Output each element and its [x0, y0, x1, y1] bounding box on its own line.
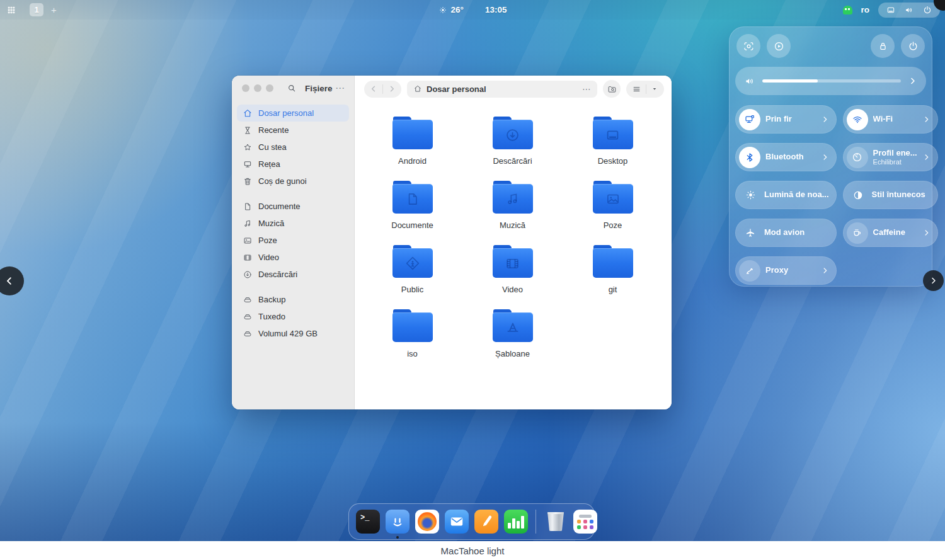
power-icon: [922, 5, 932, 15]
toggle-wifi[interactable]: Wi-Fi: [843, 105, 938, 134]
minimize-window-button[interactable]: [254, 84, 261, 92]
folder-documents[interactable]: Documente: [372, 180, 454, 230]
speaker-icon: [744, 76, 755, 87]
dark-style-icon: [849, 185, 867, 206]
folder-iso[interactable]: iso: [372, 309, 454, 358]
folder-android[interactable]: Android: [372, 116, 454, 166]
close-window-button[interactable]: [242, 84, 249, 92]
toggle-bluetooth[interactable]: Bluetooth: [735, 143, 837, 171]
path-menu-button[interactable]: ⋯: [582, 84, 591, 94]
public-share-icon: [404, 254, 421, 272]
folder-public[interactable]: Public: [372, 244, 454, 294]
chevron-right-icon: [821, 266, 829, 275]
search-button[interactable]: [287, 83, 297, 93]
power-menu-button[interactable]: [901, 34, 925, 58]
folder-videos[interactable]: Video: [472, 244, 554, 294]
clock[interactable]: 13:05: [485, 5, 507, 14]
folder-desktop[interactable]: Desktop: [572, 116, 654, 166]
forward-button[interactable]: [387, 84, 396, 93]
list-view-icon: [632, 84, 641, 94]
toggle-airplane-mode[interactable]: Mod avion: [735, 219, 837, 247]
lock-screen-button[interactable]: [871, 34, 895, 58]
drive-icon: [243, 295, 253, 305]
window-menu-button[interactable]: ⋯: [335, 83, 345, 94]
volume-slider-fill: [762, 79, 818, 83]
toggle-wired[interactable]: Prin fir: [735, 105, 837, 134]
dock-terminal[interactable]: >_: [356, 510, 380, 534]
maximize-window-button[interactable]: [266, 84, 273, 92]
sidebar-item-starred[interactable]: Cu stea: [237, 139, 349, 156]
sidebar-item-tuxedo-drive[interactable]: Tuxedo: [237, 308, 349, 325]
next-page-button[interactable]: [923, 270, 944, 291]
drive-icon: [243, 312, 253, 322]
folder-git[interactable]: git: [572, 244, 654, 294]
folder-pictures[interactable]: Poze: [572, 180, 654, 230]
volume-icon: [904, 5, 914, 15]
night-light-icon: [742, 185, 759, 206]
back-button[interactable]: [369, 84, 378, 93]
prev-page-button[interactable]: [0, 266, 24, 295]
tray-ghost-icon[interactable]: [843, 6, 852, 14]
view-switcher[interactable]: [626, 81, 664, 98]
toggle-proxy[interactable]: Proxy: [735, 256, 837, 285]
keyboard-layout-indicator[interactable]: ro: [861, 5, 870, 14]
sidebar-item-recent[interactable]: Recente: [237, 122, 349, 139]
system-status-menu[interactable]: [878, 3, 940, 18]
chevron-right-icon: [821, 153, 829, 161]
open-location-button[interactable]: [603, 80, 621, 98]
files-content-pane: Dosar personal ⋯ Android Descărcări Desk…: [355, 76, 672, 409]
sidebar-item-pictures[interactable]: Poze: [237, 232, 349, 249]
screenshot-button[interactable]: [736, 34, 760, 58]
coffee-icon: [847, 222, 868, 244]
download-icon: [243, 270, 253, 280]
dock-charts[interactable]: [504, 510, 528, 534]
sidebar-item-home[interactable]: Dosar personal: [237, 105, 349, 122]
workspace-indicator[interactable]: 1: [30, 3, 43, 16]
path-bar[interactable]: Dosar personal ⋯: [407, 81, 597, 98]
sidebar-item-trash[interactable]: Coș de gunoi: [237, 173, 349, 190]
folder-downloads[interactable]: Descărcări: [472, 116, 554, 166]
sidebar-item-videos[interactable]: Video: [237, 249, 349, 266]
toggle-night-light[interactable]: Lumină de noa...: [735, 181, 837, 209]
app-launcher-icon[interactable]: [6, 4, 17, 16]
dock-firefox[interactable]: [415, 510, 439, 534]
add-workspace-button[interactable]: +: [51, 4, 57, 15]
sidebar-group-folders: Documente Muzică Poze Video Descărcări: [237, 198, 349, 283]
history-nav: [364, 81, 401, 98]
sidebar-item-network[interactable]: Rețea: [237, 156, 349, 173]
theme-caption: MacTahoe light: [0, 541, 945, 560]
chevron-right-icon: [922, 115, 931, 123]
power-profile-icon: [847, 147, 868, 168]
folder-search-icon: [607, 84, 617, 94]
sidebar-item-music[interactable]: Muzică: [237, 215, 349, 232]
media-controls-icon: [773, 40, 785, 52]
dock-mail[interactable]: [445, 510, 469, 534]
toggle-power-profile[interactable]: Profil ene... Echilibrat: [843, 143, 938, 171]
music-icon: [505, 191, 521, 207]
trash-bin-icon: [547, 512, 564, 531]
sidebar-item-downloads[interactable]: Descărcări: [237, 266, 349, 283]
dock-trash[interactable]: [544, 510, 568, 534]
volume-expand-chevron-icon[interactable]: [908, 76, 917, 86]
sidebar-item-documents[interactable]: Documente: [237, 198, 349, 215]
document-icon: [404, 191, 421, 207]
weather-widget[interactable]: 26°: [438, 5, 464, 14]
folder-music[interactable]: Muzică: [472, 180, 554, 230]
lock-icon: [877, 40, 889, 52]
toggle-dark-style[interactable]: Stil întunecos: [843, 181, 938, 209]
chevron-right-icon: [922, 153, 931, 161]
temperature-label: 26°: [451, 5, 464, 14]
toggle-caffeine[interactable]: Caffeine: [843, 219, 938, 247]
sidebar-item-backup-drive[interactable]: Backup: [237, 291, 349, 308]
media-controls-button[interactable]: [767, 34, 791, 58]
dock-files[interactable]: [386, 510, 410, 534]
dock-app-grid[interactable]: [573, 510, 597, 534]
folder-templates[interactable]: Șabloane: [472, 309, 554, 358]
volume-slider[interactable]: [762, 79, 901, 83]
workspace-number: 1: [34, 5, 38, 14]
dock-pages[interactable]: [474, 510, 498, 534]
current-path-label: Dosar personal: [427, 84, 486, 94]
envelope-icon: [449, 513, 465, 530]
sidebar-header: Fișiere ⋯: [232, 76, 354, 101]
sidebar-item-volume-429gb[interactable]: Volumul 429 GB: [237, 325, 349, 342]
